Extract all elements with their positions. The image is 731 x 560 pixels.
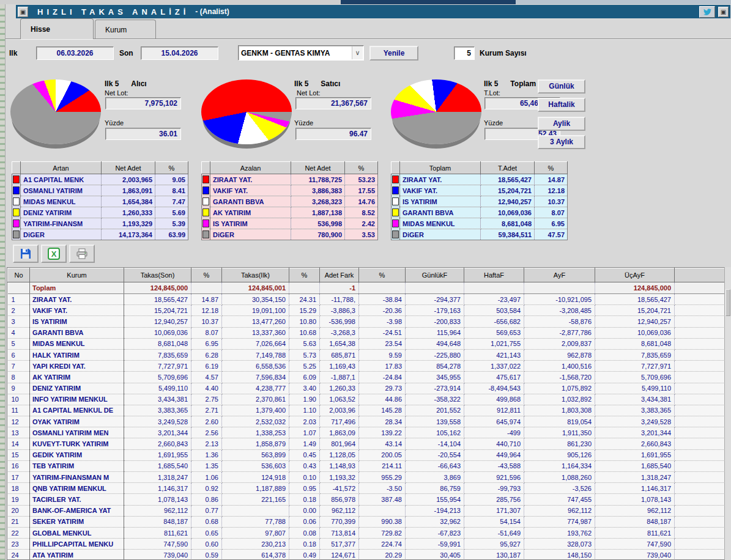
tab-kurum[interactable]: Kurum bbox=[95, 20, 156, 39]
kurum-cell: DiGER bbox=[400, 229, 481, 240]
table-row[interactable]: 22GLOBAL MENKUL811,6210.6597,8070.08713,… bbox=[8, 527, 725, 538]
mini-table-row[interactable]: AK YATIRIM1,887,1388.52 bbox=[202, 207, 378, 218]
mini-header-cell[interactable]: Azalan bbox=[210, 162, 291, 174]
main-header-cell[interactable]: Kurum bbox=[30, 268, 124, 282]
table-row[interactable]: 4GARANTI BBVA10,069,0368.0713,337,36010.… bbox=[8, 327, 725, 338]
main-header-cell[interactable]: AyF bbox=[524, 268, 595, 282]
table-row[interactable]: 15GEDIK YATIRIM1,691,9551.36563,8990.451… bbox=[8, 449, 725, 460]
mini-table-row[interactable]: MIDAS MENKUL8,681,0486.95 bbox=[391, 218, 568, 229]
table-row[interactable]: 1ZIRAAT YAT.18,565,42714.8730,354,15024.… bbox=[8, 294, 725, 305]
mini-table-row[interactable]: DiGER59,384,51147.57 bbox=[391, 229, 568, 240]
cell: 0.59 bbox=[191, 550, 222, 560]
table-row[interactable]: 17YATIRIM-FINANSMAN M1,318,2471.06124,91… bbox=[8, 472, 725, 483]
cell: 8,681,048 bbox=[124, 338, 191, 349]
window-restore-icon[interactable]: ▣ bbox=[718, 7, 729, 17]
table-row[interactable]: 16TEB YATIRIM1,685,5401.35536,6030.431,1… bbox=[8, 460, 725, 471]
mini-header-cell[interactable]: T.Adet bbox=[481, 162, 535, 174]
mini-table-row[interactable]: GARANTI BBVA3,268,32314.76 bbox=[202, 196, 378, 207]
table-row[interactable]: 11A1 CAPITAL MENKUL DE3,383,3652.711,379… bbox=[8, 405, 725, 416]
mini-table-row[interactable]: VAKIF YAT.3,886,38317.55 bbox=[202, 185, 378, 196]
mini-table-row[interactable]: GARANTI BBVA10,069,0368.07 bbox=[391, 207, 568, 218]
cell: PHILLIPCAPITAL MENKU bbox=[30, 539, 124, 550]
main-header-cell[interactable]: Takas(Son) bbox=[124, 268, 191, 282]
table-row[interactable]: 3IS YATIRIM12,940,25710.3713,477,26010.8… bbox=[8, 316, 725, 327]
table-row[interactable]: 24ATA YATIRIM739,0400.59614,3780.49124,6… bbox=[8, 550, 725, 560]
mini-header-cell[interactable]: Artan bbox=[21, 162, 102, 174]
table-row[interactable]: 19TACIRLER YAT.1,078,1430.86221,1650.188… bbox=[8, 494, 725, 505]
main-header-cell[interactable]: GünlükF bbox=[406, 268, 464, 282]
uc-aylik-button[interactable]: 3 Aylık bbox=[538, 135, 585, 149]
main-header-cell[interactable]: Takas(Ilk) bbox=[222, 268, 289, 282]
mini-header-cell[interactable]: Net Adet bbox=[102, 162, 155, 174]
pie3-subtitle: Toplam bbox=[510, 79, 536, 88]
cell: 747,590 bbox=[124, 539, 191, 550]
table-row[interactable]: 8AK YATIRIM5,709,6964.577,596,8346.09-1,… bbox=[8, 372, 725, 383]
cell: 856,978 bbox=[320, 494, 359, 505]
son-date-field[interactable]: 15.04.2026 bbox=[141, 46, 218, 60]
vertical-scrollbar[interactable] bbox=[724, 267, 731, 560]
mini-table-row[interactable]: IS YATIRIM12,940,25710.37 bbox=[391, 196, 568, 207]
mini-table-row[interactable]: OSMANLI YATIRIM1,863,0918.41 bbox=[12, 185, 188, 196]
table-row[interactable]: 12OYAK YATIRIM3,249,5282.602,532,0322.03… bbox=[8, 416, 725, 427]
table-row[interactable]: 13OSMANLI YATIRIM MEN3,201,3442.561,338,… bbox=[8, 427, 725, 438]
mini-table-row[interactable]: ZIRAAT YAT.11,788,72553.23 bbox=[202, 174, 378, 185]
table-row[interactable]: 5MIDAS MENKUL8,681,0486.957,026,6645.631… bbox=[8, 338, 725, 349]
mini-table-row[interactable]: ZIRAAT YAT.18,565,42714.87 bbox=[391, 174, 568, 185]
twitter-button[interactable] bbox=[699, 6, 715, 18]
mini-table-row[interactable]: A1 CAPITAL MENK2,003,9659.05 bbox=[12, 174, 188, 185]
main-header-cell[interactable]: % bbox=[359, 268, 406, 282]
table-row[interactable]: 14KUVEYT-TURK YATIRIM2,660,8432.131,858,… bbox=[8, 438, 725, 449]
kurum-sayisi-input[interactable]: 5 bbox=[454, 46, 475, 60]
mini-header-cell[interactable]: Toplam bbox=[400, 162, 481, 174]
chevron-down-icon[interactable]: ∨ bbox=[352, 46, 363, 59]
mini-table-row[interactable]: DiGER14,173,36463.99 bbox=[12, 229, 188, 240]
table-row[interactable]: 23PHILLIPCAPITAL MENKU747,5900.60230,213… bbox=[8, 539, 725, 550]
scrollbar-thumb[interactable] bbox=[725, 289, 730, 316]
table-row[interactable]: 9DENIZ YATIRIM5,499,1104.404,238,7773.40… bbox=[8, 383, 725, 394]
table-row[interactable]: 7YAPI KREDI YAT.7,727,9716.196,558,5365.… bbox=[8, 361, 725, 372]
mini-table-row[interactable]: DENIZ YATIRIM1,260,3335.69 bbox=[12, 207, 188, 218]
yenile-button[interactable]: Yenile bbox=[369, 46, 418, 61]
cell: 854,278 bbox=[406, 361, 464, 372]
print-button[interactable] bbox=[69, 245, 95, 263]
table-row[interactable]: 6HALK YATIRIM7,835,6596.287,149,7885.736… bbox=[8, 349, 725, 360]
cell: OSMANLI YATIRIM MEN bbox=[30, 427, 124, 438]
cell: -3,208,485 bbox=[524, 305, 595, 316]
table-row[interactable]: 10INFO YATIRIM MENKUL3,434,3812.752,370,… bbox=[8, 394, 725, 405]
ilk-date-field[interactable]: 06.03.2026 bbox=[36, 46, 114, 60]
window-menu-icon[interactable]: ▣ bbox=[18, 7, 28, 17]
save-button[interactable] bbox=[13, 245, 39, 263]
tab-hisse[interactable]: Hisse bbox=[20, 18, 94, 39]
table-row[interactable]: 21SEKER YATIRIM848,1870.6877,7880.06770,… bbox=[8, 516, 725, 527]
aylik-button[interactable]: Aylik bbox=[538, 117, 585, 131]
mini-table-row[interactable]: VAKIF YAT.15,204,72112.18 bbox=[391, 185, 568, 196]
gunluk-button[interactable]: Günlük bbox=[538, 79, 585, 94]
main-header-cell[interactable]: HaftaF bbox=[464, 268, 524, 282]
table-row[interactable]: 2VAKIF YAT.15,204,72112.1819,091,10015.2… bbox=[8, 305, 725, 316]
pie1-subtitle: Alıcı bbox=[131, 79, 146, 88]
mini-header-cell[interactable]: % bbox=[155, 162, 188, 174]
main-header-cell[interactable]: % bbox=[289, 268, 320, 282]
main-header-cell[interactable]: Adet Fark bbox=[320, 268, 359, 282]
table-row[interactable]: Toplam124,845,000124,845,001-1124,845,00… bbox=[8, 282, 725, 294]
symbol-select[interactable]: GENKM - GENTAS KIMYA ∨ bbox=[238, 45, 364, 61]
pie2-heading: Ilk 5Satıcı bbox=[294, 79, 340, 88]
mini-table-row[interactable]: DiGER780,9003.53 bbox=[202, 229, 378, 240]
twitter-icon bbox=[703, 8, 712, 16]
haftalik-button[interactable]: Haftalik bbox=[538, 98, 585, 112]
main-header-cell[interactable]: No bbox=[8, 268, 30, 282]
mini-header-cell[interactable]: % bbox=[345, 162, 378, 174]
mini-table-row[interactable]: YATIRIM-FINANSM1,193,3295.39 bbox=[12, 218, 188, 229]
mini-header-cell[interactable]: Net Adet bbox=[291, 162, 345, 174]
excel-export-button[interactable]: X bbox=[41, 245, 67, 263]
mini-table-row[interactable]: MIDAS MENKUL1,654,3847.47 bbox=[12, 196, 188, 207]
main-header-cell[interactable]: ÜçAyF bbox=[595, 268, 675, 282]
kurum-cell: AK YATIRIM bbox=[210, 207, 291, 218]
top-strip bbox=[0, 0, 731, 4]
main-header-cell[interactable]: % bbox=[191, 268, 222, 282]
table-row[interactable]: 18QNB YATIRIM MENKUL1,146,3170.921,187,8… bbox=[8, 483, 725, 494]
cell: 32,962 bbox=[406, 516, 464, 527]
table-row[interactable]: 20BANK-OF-AMERICA YAT962,1120.770.00962,… bbox=[8, 505, 725, 516]
mini-table-row[interactable]: IS YATIRIM536,9982.42 bbox=[202, 218, 378, 229]
mini-header-cell[interactable]: % bbox=[535, 162, 568, 174]
